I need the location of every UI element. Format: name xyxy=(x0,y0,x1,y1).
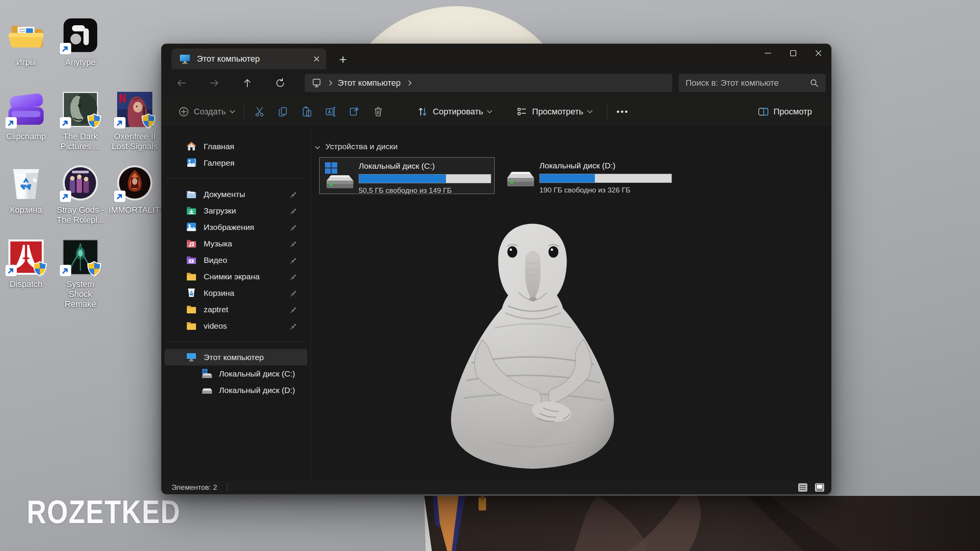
breadcrumb-location[interactable]: Этот компьютер xyxy=(338,78,401,88)
tab-bar: Этот компьютер + xyxy=(162,44,831,69)
shortcut-arrow-icon xyxy=(114,191,126,202)
sidebar-item-label: Документы xyxy=(204,190,245,199)
sidebar-item-label: zaptret xyxy=(204,305,228,314)
forward-button[interactable] xyxy=(204,74,225,92)
section-header-devices[interactable]: Устройства и диски xyxy=(316,142,398,151)
back-button[interactable] xyxy=(171,74,192,92)
drive-usage-bar xyxy=(359,174,491,183)
drive-tile-c[interactable]: Локальный диск (C:) 50,5 ГБ свободно из … xyxy=(319,157,495,194)
desktop-icon-oxenfree[interactable]: Oxenfree II Lost Signals xyxy=(109,91,161,152)
desktop-icon-label: Stray Gods - The Rolepl... xyxy=(54,205,106,225)
large-icons-view-button[interactable] xyxy=(813,482,826,493)
sidebar-item-label: Локальный диск (C:) xyxy=(219,369,295,378)
sidebar-item-screenshots[interactable]: Снимки экрана xyxy=(165,268,307,285)
pin-icon xyxy=(289,305,297,313)
folder-icon xyxy=(8,17,44,54)
drive-usage-fill xyxy=(359,174,446,183)
close-button[interactable] xyxy=(806,44,831,62)
delete-button[interactable] xyxy=(366,101,390,122)
desktop-icon-recycle-bin[interactable]: Корзина xyxy=(0,165,52,215)
desktop-icon-immortality[interactable]: IMMORTALITY xyxy=(109,165,161,215)
desktop-icon-dispatch[interactable]: Dispatch xyxy=(0,239,52,289)
sort-button[interactable]: Сортировать xyxy=(412,101,497,122)
breadcrumb-chevron-icon xyxy=(406,80,411,86)
drive-c-icon xyxy=(201,368,213,380)
sidebar-item-downloads[interactable]: Загрузки xyxy=(165,202,307,219)
pin-icon xyxy=(289,223,297,231)
pin-icon xyxy=(289,256,297,264)
address-bar[interactable]: Этот компьютер xyxy=(305,74,672,92)
sidebar-item-disk-c[interactable]: Локальный диск (C:) xyxy=(165,365,307,382)
new-label: Создать xyxy=(194,107,226,117)
preview-button[interactable]: Просмотр xyxy=(752,101,817,122)
computer-icon xyxy=(312,78,322,88)
sidebar-item-gallery[interactable]: Галерея xyxy=(165,155,307,171)
drive-tile-d[interactable]: Локальный диск (D:) 190 ГБ свободно из 3… xyxy=(500,157,676,194)
zhdun-meme-image xyxy=(437,214,628,473)
view-button[interactable]: Просмотреть xyxy=(511,101,597,122)
refresh-button[interactable] xyxy=(270,74,291,92)
maximize-button[interactable] xyxy=(781,44,806,62)
sidebar-item-disk-d[interactable]: Локальный диск (D:) xyxy=(165,382,307,398)
sidebar-item-label: Загрузки xyxy=(204,206,236,215)
sidebar-item-videos[interactable]: Видео xyxy=(165,252,307,268)
up-button[interactable] xyxy=(237,74,258,92)
pin-icon xyxy=(289,272,297,280)
new-tab-button[interactable]: + xyxy=(335,51,351,68)
sidebar-item-documents[interactable]: Документы xyxy=(165,186,307,202)
chevron-down-icon xyxy=(587,108,593,113)
share-button[interactable] xyxy=(343,101,366,122)
sidebar-item-label: Главная xyxy=(204,142,234,151)
drive-free-space: 50,5 ГБ свободно из 149 ГБ xyxy=(359,186,491,195)
sidebar-item-label: Галерея xyxy=(204,158,235,168)
sort-icon xyxy=(417,106,428,117)
uac-shield-icon xyxy=(32,260,47,277)
desktop-icon-stray-gods[interactable]: Stray Gods - The Rolepl... xyxy=(54,165,106,225)
sidebar-item-zaptret[interactable]: zaptret xyxy=(165,301,307,318)
plus-circle-icon xyxy=(178,106,189,117)
cut-button[interactable] xyxy=(248,101,271,122)
more-options-button[interactable]: ••• xyxy=(611,101,634,122)
sidebar-item-music[interactable]: Музыка xyxy=(165,235,307,252)
desktop-icon-clipchamp[interactable]: Clipchamp xyxy=(0,91,52,142)
tab-this-pc[interactable]: Этот компьютер xyxy=(172,49,326,69)
breadcrumb-chevron-icon xyxy=(327,80,332,86)
shortcut-arrow-icon xyxy=(60,265,71,276)
videos-folder-icon xyxy=(186,254,198,266)
details-view-button[interactable] xyxy=(797,482,809,493)
sidebar-item-videos-folder[interactable]: videos xyxy=(165,318,307,334)
copy-button[interactable] xyxy=(271,101,295,122)
search-input[interactable]: Поиск в: Этот компьюте xyxy=(679,74,826,92)
desktop-icon-anytype[interactable]: Anytype xyxy=(54,17,106,67)
this-pc-icon xyxy=(179,53,191,65)
desktop-icon-dark-pictures[interactable]: The Dark Pictures ... xyxy=(54,91,106,152)
window-body: Главная Галерея Документы xyxy=(162,127,831,481)
tab-close-icon[interactable] xyxy=(313,55,320,62)
sidebar-item-pictures[interactable]: Изображения xyxy=(165,219,307,235)
uac-shield-icon xyxy=(87,260,102,277)
desktop-icon-label: System Shock Remake xyxy=(54,279,106,309)
sidebar-item-label: Изображения xyxy=(204,223,254,232)
minimize-button[interactable] xyxy=(755,44,781,62)
items-count: Элементов: 2 xyxy=(172,483,217,492)
search-placeholder: Поиск в: Этот компьюте xyxy=(686,78,810,88)
music-folder-icon xyxy=(186,238,198,249)
sidebar-item-recycle-bin[interactable]: Корзина xyxy=(165,285,307,301)
caption-buttons xyxy=(755,44,831,62)
search-icon[interactable] xyxy=(810,78,819,88)
paste-button[interactable] xyxy=(295,101,319,122)
preview-pane-icon xyxy=(758,106,769,117)
recycle-bin-icon xyxy=(8,165,44,201)
sidebar-item-label: Музыка xyxy=(204,239,232,248)
drive-name: Локальный диск (C:) xyxy=(359,161,491,171)
sidebar-item-home[interactable]: Главная xyxy=(165,138,307,155)
sidebar-divider xyxy=(166,178,306,179)
desktop-icon-games-folder[interactable]: Игры xyxy=(0,17,52,67)
drive-name: Локальный диск (D:) xyxy=(539,161,672,170)
folder-icon xyxy=(186,271,198,282)
new-button[interactable]: Создать xyxy=(173,101,240,122)
status-divider xyxy=(227,483,227,492)
desktop-icon-system-shock[interactable]: System Shock Remake xyxy=(54,239,106,309)
rename-button[interactable] xyxy=(319,101,343,122)
sidebar-item-this-pc[interactable]: Этот компьютер xyxy=(165,349,307,365)
